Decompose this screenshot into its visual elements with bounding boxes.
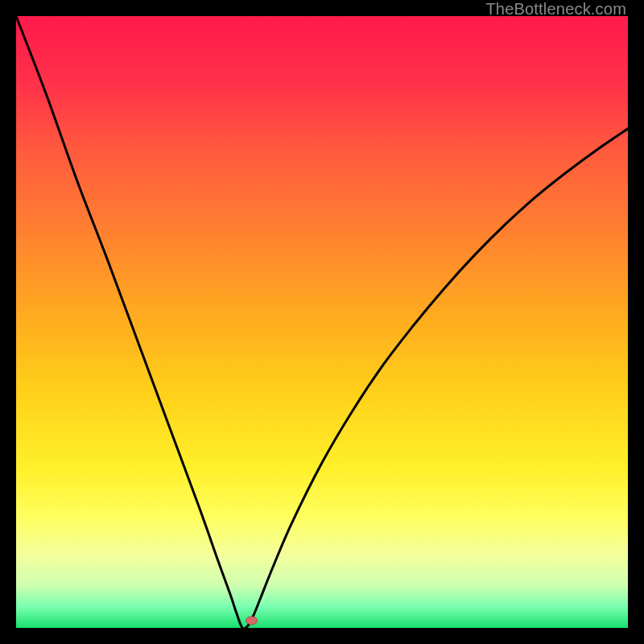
- chart-frame: [16, 16, 628, 628]
- chart-background: [16, 16, 628, 628]
- current-config-marker: [246, 617, 258, 625]
- bottleneck-chart: [16, 16, 628, 628]
